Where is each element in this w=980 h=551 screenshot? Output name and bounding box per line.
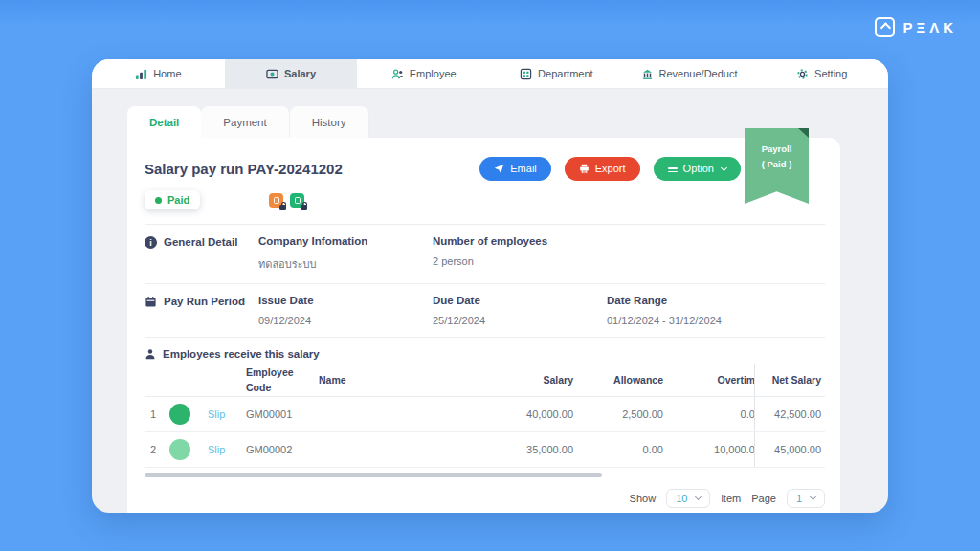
tab-label: Payment	[223, 117, 266, 128]
field-name: Company Infomation	[258, 235, 433, 247]
page-number-select[interactable]: 1	[787, 489, 825, 508]
col-header-allowance: Allowance	[573, 374, 663, 386]
nav-label: Salary	[284, 68, 316, 79]
option-button[interactable]: Option	[654, 157, 741, 181]
item-label: item	[721, 493, 741, 504]
option-button-label: Option	[683, 163, 714, 174]
slip-link[interactable]: Slip	[208, 444, 246, 455]
export-button-label: Export	[595, 163, 626, 174]
overtime-cell: 10,000.00	[663, 444, 754, 455]
field-value: 09/12/2024	[258, 315, 433, 326]
chevron-down-icon	[695, 494, 702, 500]
field-value: ทดสอบระบบ	[258, 255, 433, 273]
title-row: Salary pay run PAY-20241202 Email Export…	[145, 155, 825, 182]
field-name: Date Range	[607, 295, 722, 306]
section-label-text: Employees receive this salary	[163, 348, 320, 360]
page-title: Salary pay run PAY-20241202	[145, 161, 343, 177]
net-salary-cell: 45,000.00	[754, 432, 825, 467]
nav-item-salary[interactable]: Salary	[225, 59, 358, 88]
main-nav: Home Salary Employee Department Revenue/…	[92, 59, 888, 89]
horizontal-scrollbar[interactable]	[145, 473, 602, 477]
field-value: 01/12/2024 - 31/12/2024	[607, 315, 722, 326]
net-salary-cell: 42,500.00	[754, 397, 825, 431]
field-name: Number of employees	[433, 235, 547, 247]
linked-document-icons	[269, 193, 304, 208]
field-name: Issue Date	[258, 295, 433, 306]
field-value: 25/12/2024	[433, 315, 607, 326]
email-button-label: Email	[510, 163, 537, 174]
avatar	[169, 404, 190, 425]
nav-item-department[interactable]: Department	[490, 59, 623, 88]
field-value: 2 person	[433, 255, 547, 267]
nav-item-employee[interactable]: Employee	[357, 59, 490, 88]
page-label: Page	[751, 493, 776, 504]
revenue-bank-icon	[641, 68, 654, 80]
slip-link[interactable]: Slip	[208, 408, 246, 420]
date-range-field: Date Range 01/12/2024 - 31/12/2024	[607, 295, 722, 326]
nav-item-setting[interactable]: Setting	[755, 59, 888, 88]
tab-history[interactable]: History	[290, 106, 369, 138]
bar-chart-icon	[135, 68, 147, 80]
people-icon	[391, 68, 404, 80]
action-buttons: Email Export Option	[479, 157, 741, 181]
salary-card-icon	[266, 68, 278, 80]
nav-label: Revenue/Deduct	[659, 68, 738, 79]
issue-date-field: Issue Date 09/12/2024	[258, 295, 433, 326]
col-header-salary: Salary	[481, 374, 573, 386]
divider	[145, 337, 825, 338]
green-document-locked-icon[interactable]	[290, 193, 304, 208]
allowance-cell: 2,500.00	[573, 408, 663, 420]
printer-icon	[579, 164, 590, 174]
calendar-icon	[145, 296, 157, 308]
email-button[interactable]: Email	[479, 157, 551, 181]
col-header-net-salary: Net Salary	[754, 364, 825, 396]
export-button[interactable]: Export	[565, 157, 640, 181]
status-badge: Paid	[145, 190, 200, 209]
status-row: Paid	[145, 188, 825, 211]
menu-icon	[668, 165, 678, 173]
tab-label: History	[312, 117, 346, 128]
table-header-row: Employee Code Name Salary Allowance Over…	[145, 364, 825, 397]
status-dot-icon	[155, 197, 162, 204]
person-icon	[145, 348, 156, 360]
nav-item-home[interactable]: Home	[92, 59, 225, 88]
overtime-cell: 0.00	[663, 408, 754, 420]
nav-label: Employee	[410, 68, 457, 79]
salary-cell: 35,000.00	[481, 444, 573, 455]
gear-icon	[796, 68, 809, 80]
nav-label: Setting	[814, 68, 847, 79]
peak-logo-caret-icon	[880, 22, 891, 33]
row-number: 1	[145, 408, 169, 420]
section-label-text: General Detail	[164, 236, 237, 248]
lock-icon	[301, 205, 307, 210]
allowance-cell: 0.00	[573, 444, 663, 455]
table-row[interactable]: 2 Slip GM00002 35,000.00 0.00 10,000.00 …	[145, 432, 825, 468]
number-of-employees-field: Number of employees 2 person	[433, 235, 547, 273]
due-date-field: Due Date 25/12/2024	[433, 295, 607, 326]
payrun-panel: Payroll ( Paid ) Salary pay run PAY-2024…	[127, 138, 840, 513]
field-name: Due Date	[433, 295, 607, 306]
info-icon: i	[145, 236, 157, 249]
page-size-value: 10	[676, 493, 687, 504]
tab-payment[interactable]: Payment	[201, 106, 289, 138]
tab-label: Detail	[149, 117, 179, 128]
pay-run-period-label: Pay Run Period	[145, 295, 258, 326]
ribbon-line2: ( Paid )	[745, 157, 809, 172]
employees-section-label: Employees receive this salary	[145, 348, 825, 360]
peak-logo-square-icon	[875, 17, 895, 37]
general-detail-section: i General Detail Company Infomation ทดสอ…	[145, 225, 825, 283]
nav-item-revenue-deduct[interactable]: Revenue/Deduct	[623, 59, 756, 88]
col-header-name: Name	[319, 374, 481, 386]
page-size-select[interactable]: 10	[666, 489, 710, 508]
app-window: Home Salary Employee Department Revenue/…	[92, 59, 888, 513]
pagination: Show 10 item Page 1	[145, 489, 825, 508]
col-header-employee-code: Employee Code	[246, 364, 319, 396]
company-information-field: Company Infomation ทดสอบระบบ	[258, 235, 433, 273]
tab-detail[interactable]: Detail	[127, 106, 201, 138]
row-number: 2	[145, 444, 169, 455]
table-row[interactable]: 1 Slip GM00001 40,000.00 2,500.00 0.00 4…	[145, 397, 825, 432]
avatar	[169, 439, 190, 460]
section-label-text: Pay Run Period	[164, 296, 245, 307]
chevron-down-icon	[810, 494, 816, 500]
orange-document-locked-icon[interactable]	[269, 193, 283, 208]
